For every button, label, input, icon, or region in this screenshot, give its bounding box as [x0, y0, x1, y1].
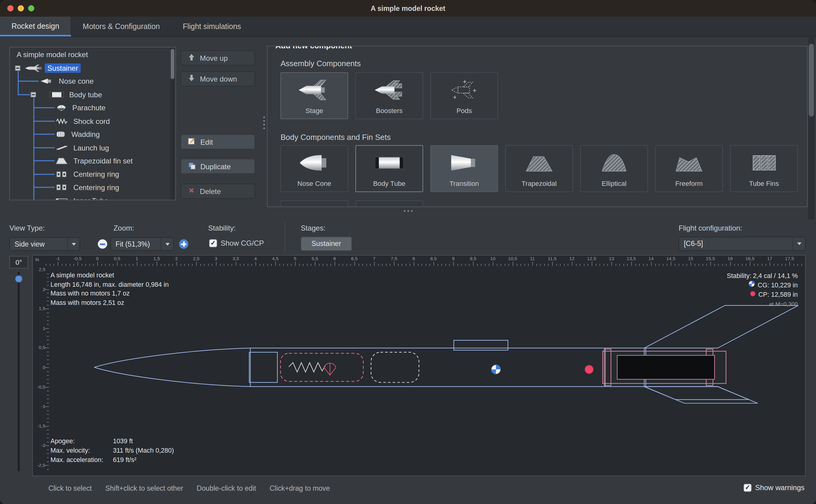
tree-item-trapezoidal-fin-set[interactable]: Trapezoidal fin set [10, 154, 176, 167]
elliptical-label: Elliptical [602, 179, 627, 187]
add-pods-button[interactable]: Pods [430, 72, 498, 119]
tab-flight-simulations[interactable]: Flight simulations [171, 17, 253, 36]
pane-scrollbar-thumb[interactable] [809, 44, 814, 117]
close-window-button[interactable] [7, 5, 14, 11]
chevron-down-icon [161, 238, 173, 250]
cp-marker [585, 365, 593, 374]
inner-tube-icon [56, 197, 68, 200]
centering-ring-icon [56, 184, 68, 191]
flight-configuration-dropdown[interactable]: [C6-5] [678, 237, 805, 250]
view-type-label: View Type: [9, 224, 45, 232]
pencil-icon [188, 137, 196, 147]
add-nose-cone-button[interactable]: Nose Cone [280, 145, 348, 192]
stability-label: Stability: [208, 224, 236, 232]
stage-icon [298, 73, 331, 107]
rocket-design-canvas[interactable]: in -1-0,500,511,522,533,544,555,566,577,… [32, 255, 806, 476]
show-cg-cp-checkbox[interactable]: ✓ [209, 239, 217, 247]
add-tube-fins-button[interactable]: Tube Fins [730, 145, 798, 192]
add-body-tube-button[interactable]: Body Tube [355, 145, 423, 192]
rocket-info-overlay: A simple model rocket Length 16,748 in, … [50, 271, 169, 308]
duplicate-icon [188, 162, 196, 171]
show-warnings-control: ✓ Show warnings [744, 483, 805, 492]
launch-lug-outline [454, 340, 508, 350]
apogee-value: 1039 ft [113, 438, 133, 445]
tree-scrollbar-thumb[interactable] [171, 49, 174, 79]
tree-item-centering-ring-1[interactable]: Centering ring [10, 168, 176, 180]
edit-label: Edit [200, 137, 213, 146]
parachute-outline [280, 353, 363, 381]
add-stage-button[interactable]: Stage [280, 72, 348, 119]
boosters-label: Boosters [376, 107, 403, 115]
rotation-slider-track[interactable] [18, 272, 20, 471]
cg-value: CG: 10,229 in [758, 280, 798, 290]
tree-item-nose-cone[interactable]: Nose cone [10, 75, 176, 87]
rotation-slider-thumb[interactable] [15, 275, 22, 283]
zoom-dropdown[interactable]: Fit (51,3%) [110, 237, 174, 251]
acceleration-label: Max. acceleration: [50, 455, 113, 465]
bottom-fin-outline-2 [644, 386, 749, 399]
tree-item-body-tube[interactable]: Body tube [10, 89, 176, 101]
statusbar-hints: Click to select Shift+click to select ot… [48, 484, 330, 492]
clipped-component-button[interactable] [355, 200, 423, 207]
tree-connector [33, 200, 55, 200]
rotation-angle-box: 0° [9, 256, 28, 268]
body-tube-icon [50, 91, 64, 98]
edit-button[interactable]: Edit [181, 134, 255, 149]
move-down-button[interactable]: Move down [181, 71, 255, 86]
stability-text-label: Stability: [727, 271, 751, 280]
minimize-window-button[interactable] [18, 5, 24, 11]
duplicate-button[interactable]: Duplicate [181, 159, 255, 174]
parachute-glyph [324, 363, 336, 375]
add-elliptical-fin-button[interactable]: Elliptical [580, 145, 648, 192]
clipped-component-button[interactable] [280, 200, 348, 207]
freeform-fin-icon [673, 146, 705, 179]
show-warnings-checkbox[interactable]: ✓ [744, 484, 752, 492]
tree-item-launch-lug[interactable]: Launch lug [10, 141, 176, 154]
tab-motors-configuration[interactable]: Motors & Configuration [71, 17, 171, 36]
cp-value: CP: 12,589 in [758, 290, 798, 299]
tree-item-sustainer[interactable]: Sustainer [10, 62, 176, 74]
tree-item-label: Centering ring [71, 170, 122, 179]
move-up-button[interactable]: Move up [181, 50, 255, 66]
zoom-window-button[interactable] [28, 5, 34, 11]
tube-fins-label: Tube Fins [749, 179, 779, 187]
tree-item-shock-cord[interactable]: Shock cord [10, 115, 176, 128]
tab-rocket-design[interactable]: Rocket design [0, 17, 71, 36]
boosters-icon [373, 73, 406, 107]
rocket-icon [24, 65, 42, 72]
splitter-handle-horizontal[interactable] [404, 210, 413, 212]
tree-item-centering-ring-2[interactable]: Centering ring [10, 181, 176, 193]
trapezoidal-fin-icon [523, 146, 555, 179]
bottom-fin-outline [644, 386, 758, 403]
velocity-value: 311 ft/s (Mach 0,280) [113, 447, 174, 454]
trapezoidal-label: Trapezoidal [522, 179, 557, 187]
add-transition-button[interactable]: Transition [430, 145, 498, 192]
nose-cone-icon [40, 78, 54, 85]
splitter-handle-vertical[interactable] [263, 117, 265, 129]
view-type-dropdown[interactable]: Side view [9, 237, 80, 251]
add-component-title: Add new component [272, 46, 356, 50]
tree-item-inner-tube[interactable]: Inner Tube [10, 195, 176, 200]
tree-item-root[interactable]: A simple model rocket [10, 48, 170, 61]
nose-cone-shape-icon [298, 146, 331, 179]
add-freeform-fin-button[interactable]: Freeform [655, 145, 723, 192]
tree-item-wadding[interactable]: Wadding [10, 128, 176, 141]
tree-item-label: Shock cord [71, 117, 112, 126]
zoom-in-button[interactable] [178, 238, 189, 250]
zoom-out-button[interactable] [97, 238, 108, 250]
pane-scrollbar[interactable] [808, 37, 814, 220]
tube-fins-icon [748, 146, 780, 179]
wadding-icon [56, 131, 66, 138]
tree-item-parachute[interactable]: Parachute [10, 102, 176, 114]
tree-item-label: Inner Tube [71, 196, 111, 200]
tree-item-label: Launch lug [71, 143, 112, 153]
add-boosters-button[interactable]: Boosters [355, 72, 423, 119]
titlebar: A simple model rocket [0, 0, 816, 17]
add-trapezoidal-fin-button[interactable]: Trapezoidal [505, 145, 573, 192]
move-up-label: Move up [200, 54, 228, 62]
stage-toggle-sustainer[interactable]: Sustainer [301, 237, 352, 250]
cg-legend-icon [748, 280, 755, 290]
tree-item-label: Centering ring [71, 183, 122, 192]
delete-button[interactable]: Delete [181, 184, 255, 199]
tree-scrollbar[interactable] [170, 48, 175, 200]
